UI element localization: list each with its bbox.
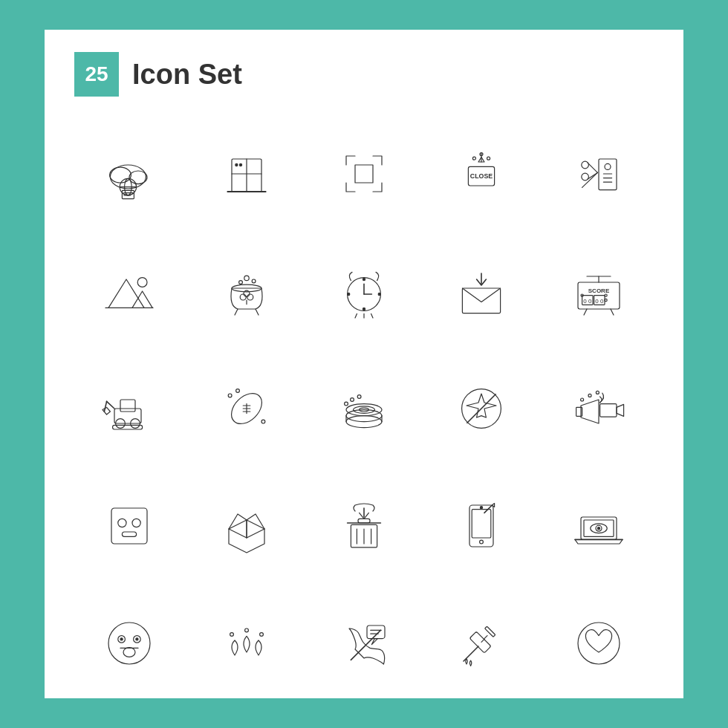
- svg-point-84: [261, 420, 265, 423]
- svg-point-2: [129, 171, 147, 184]
- icon-heart-circle: [544, 588, 654, 698]
- number-badge: 25: [74, 52, 119, 97]
- svg-rect-111: [358, 519, 370, 523]
- svg-point-24: [605, 163, 611, 169]
- svg-point-106: [132, 519, 140, 527]
- svg-line-73: [104, 401, 106, 412]
- svg-marker-97: [581, 400, 599, 423]
- svg-text:0 0: 0 0: [595, 298, 604, 305]
- icon-no-flight: [426, 354, 536, 464]
- svg-point-13: [235, 163, 238, 166]
- svg-point-93: [351, 398, 354, 402]
- svg-rect-70: [114, 409, 141, 423]
- svg-point-103: [596, 391, 599, 394]
- svg-line-141: [351, 630, 380, 660]
- svg-point-51: [378, 293, 380, 295]
- icon-scissors-map: [544, 119, 654, 229]
- svg-point-117: [480, 540, 484, 544]
- svg-line-63: [584, 309, 587, 315]
- svg-line-96: [467, 394, 495, 423]
- svg-point-67: [605, 294, 607, 296]
- svg-point-105: [118, 519, 126, 527]
- icon-close-sign: CLOSE: [426, 119, 536, 229]
- svg-line-54: [371, 313, 373, 318]
- svg-point-48: [363, 278, 365, 280]
- svg-point-49: [363, 308, 365, 310]
- svg-text:SCORE: SCORE: [588, 287, 610, 294]
- svg-point-131: [136, 638, 138, 640]
- svg-point-83: [236, 389, 240, 393]
- icon-mountains: [74, 236, 184, 346]
- svg-point-42: [239, 281, 243, 285]
- svg-point-44: [252, 279, 256, 283]
- svg-rect-99: [600, 404, 617, 417]
- svg-rect-6: [122, 190, 134, 198]
- svg-point-134: [230, 633, 234, 637]
- icon-cloud-global: [74, 119, 184, 229]
- icon-pot-clover: [192, 236, 302, 346]
- icon-laptop-security: [544, 471, 654, 581]
- svg-rect-137: [367, 625, 385, 639]
- icon-scoreboard: SCORE 0 0 0 0: [544, 236, 654, 346]
- icon-socket: [74, 471, 184, 581]
- svg-rect-116: [472, 510, 491, 538]
- icons-grid: CLOSE: [74, 119, 654, 698]
- icon-smartphone: [426, 471, 536, 581]
- svg-point-50: [348, 293, 350, 295]
- svg-point-22: [487, 157, 490, 160]
- svg-point-101: [581, 398, 584, 401]
- svg-line-142: [464, 646, 478, 661]
- card: 25 Icon Set: [45, 30, 683, 698]
- svg-text:CLOSE: CLOSE: [470, 172, 493, 180]
- page-title: Icon Set: [132, 59, 242, 91]
- icon-droplets: [192, 588, 302, 698]
- icon-recycle-bin: [309, 471, 419, 581]
- svg-point-94: [357, 395, 361, 399]
- svg-line-36: [235, 309, 238, 315]
- svg-point-135: [245, 628, 249, 632]
- svg-point-68: [605, 299, 607, 301]
- svg-point-82: [228, 394, 232, 397]
- header: 25 Icon Set: [74, 52, 654, 97]
- svg-point-43: [244, 276, 249, 280]
- svg-point-33: [137, 278, 147, 287]
- svg-point-20: [472, 157, 475, 160]
- icon-open-box: [192, 471, 302, 581]
- svg-rect-143: [469, 631, 491, 653]
- icon-alarm-clock: [309, 236, 419, 346]
- svg-line-146: [481, 639, 484, 642]
- svg-point-136: [260, 633, 264, 637]
- svg-marker-100: [617, 404, 624, 416]
- svg-line-52: [355, 313, 357, 318]
- svg-line-145: [484, 636, 487, 639]
- svg-point-1: [110, 167, 131, 183]
- svg-text:0 0: 0 0: [583, 298, 592, 305]
- svg-rect-144: [485, 626, 495, 637]
- svg-point-14: [239, 163, 241, 166]
- svg-point-130: [120, 638, 123, 640]
- icon-logs: [309, 354, 419, 464]
- svg-marker-138: [371, 639, 377, 645]
- icon-emoji-scared: [74, 588, 184, 698]
- svg-line-37: [256, 309, 259, 315]
- svg-point-147: [578, 623, 620, 664]
- svg-line-64: [611, 309, 614, 315]
- icon-video-marketing: [544, 354, 654, 464]
- svg-rect-15: [355, 165, 373, 183]
- icon-no-call: [309, 588, 419, 698]
- svg-point-102: [588, 394, 591, 397]
- svg-point-38: [240, 294, 246, 300]
- svg-point-92: [345, 402, 348, 406]
- svg-rect-71: [120, 400, 135, 412]
- svg-line-72: [107, 401, 114, 409]
- svg-point-127: [108, 623, 150, 664]
- svg-rect-107: [122, 532, 136, 536]
- svg-line-30: [588, 163, 598, 173]
- icon-square-frame: [309, 119, 419, 229]
- svg-point-126: [597, 527, 599, 530]
- svg-point-132: [123, 648, 135, 657]
- icon-syringe: [426, 588, 536, 698]
- svg-point-39: [247, 294, 253, 300]
- icon-football: [192, 354, 302, 464]
- icon-window: [192, 119, 302, 229]
